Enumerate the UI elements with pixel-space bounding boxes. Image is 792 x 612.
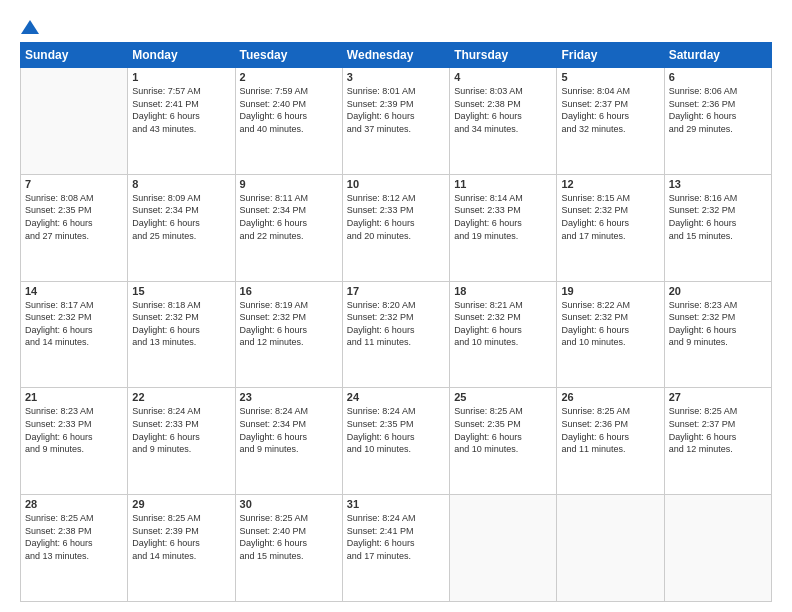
day-number: 6 — [669, 71, 767, 83]
day-number: 19 — [561, 285, 659, 297]
calendar-cell: 7Sunrise: 8:08 AM Sunset: 2:35 PM Daylig… — [21, 174, 128, 281]
day-number: 18 — [454, 285, 552, 297]
cell-content: Sunrise: 8:06 AM Sunset: 2:36 PM Dayligh… — [669, 85, 767, 135]
cell-content: Sunrise: 8:18 AM Sunset: 2:32 PM Dayligh… — [132, 299, 230, 349]
cell-content: Sunrise: 8:11 AM Sunset: 2:34 PM Dayligh… — [240, 192, 338, 242]
calendar-cell: 14Sunrise: 8:17 AM Sunset: 2:32 PM Dayli… — [21, 281, 128, 388]
calendar-cell: 1Sunrise: 7:57 AM Sunset: 2:41 PM Daylig… — [128, 68, 235, 175]
calendar-cell: 5Sunrise: 8:04 AM Sunset: 2:37 PM Daylig… — [557, 68, 664, 175]
week-row-3: 21Sunrise: 8:23 AM Sunset: 2:33 PM Dayli… — [21, 388, 772, 495]
calendar-body: 1Sunrise: 7:57 AM Sunset: 2:41 PM Daylig… — [21, 68, 772, 602]
calendar-cell: 18Sunrise: 8:21 AM Sunset: 2:32 PM Dayli… — [450, 281, 557, 388]
cell-content: Sunrise: 8:16 AM Sunset: 2:32 PM Dayligh… — [669, 192, 767, 242]
day-number: 7 — [25, 178, 123, 190]
calendar-table: SundayMondayTuesdayWednesdayThursdayFrid… — [20, 42, 772, 602]
calendar-cell: 23Sunrise: 8:24 AM Sunset: 2:34 PM Dayli… — [235, 388, 342, 495]
calendar-cell: 4Sunrise: 8:03 AM Sunset: 2:38 PM Daylig… — [450, 68, 557, 175]
day-number: 11 — [454, 178, 552, 190]
calendar-cell: 29Sunrise: 8:25 AM Sunset: 2:39 PM Dayli… — [128, 495, 235, 602]
calendar-cell: 12Sunrise: 8:15 AM Sunset: 2:32 PM Dayli… — [557, 174, 664, 281]
day-number: 27 — [669, 391, 767, 403]
day-number: 3 — [347, 71, 445, 83]
cell-content: Sunrise: 8:01 AM Sunset: 2:39 PM Dayligh… — [347, 85, 445, 135]
calendar-cell: 2Sunrise: 7:59 AM Sunset: 2:40 PM Daylig… — [235, 68, 342, 175]
calendar-cell: 28Sunrise: 8:25 AM Sunset: 2:38 PM Dayli… — [21, 495, 128, 602]
day-header-saturday: Saturday — [664, 43, 771, 68]
cell-content: Sunrise: 8:20 AM Sunset: 2:32 PM Dayligh… — [347, 299, 445, 349]
cell-content: Sunrise: 7:59 AM Sunset: 2:40 PM Dayligh… — [240, 85, 338, 135]
logo-triangle-icon — [21, 18, 39, 36]
header — [20, 18, 772, 32]
day-number: 2 — [240, 71, 338, 83]
day-header-sunday: Sunday — [21, 43, 128, 68]
day-number: 8 — [132, 178, 230, 190]
day-number: 14 — [25, 285, 123, 297]
day-number: 9 — [240, 178, 338, 190]
cell-content: Sunrise: 8:25 AM Sunset: 2:36 PM Dayligh… — [561, 405, 659, 455]
day-number: 23 — [240, 391, 338, 403]
logo — [20, 18, 40, 32]
cell-content: Sunrise: 8:25 AM Sunset: 2:37 PM Dayligh… — [669, 405, 767, 455]
cell-content: Sunrise: 8:24 AM Sunset: 2:35 PM Dayligh… — [347, 405, 445, 455]
svg-marker-0 — [21, 20, 39, 34]
day-header-tuesday: Tuesday — [235, 43, 342, 68]
day-number: 16 — [240, 285, 338, 297]
calendar-cell: 19Sunrise: 8:22 AM Sunset: 2:32 PM Dayli… — [557, 281, 664, 388]
calendar-cell: 30Sunrise: 8:25 AM Sunset: 2:40 PM Dayli… — [235, 495, 342, 602]
calendar-cell: 27Sunrise: 8:25 AM Sunset: 2:37 PM Dayli… — [664, 388, 771, 495]
week-row-4: 28Sunrise: 8:25 AM Sunset: 2:38 PM Dayli… — [21, 495, 772, 602]
day-header-wednesday: Wednesday — [342, 43, 449, 68]
day-number: 13 — [669, 178, 767, 190]
cell-content: Sunrise: 8:25 AM Sunset: 2:39 PM Dayligh… — [132, 512, 230, 562]
calendar-cell: 13Sunrise: 8:16 AM Sunset: 2:32 PM Dayli… — [664, 174, 771, 281]
cell-content: Sunrise: 8:24 AM Sunset: 2:33 PM Dayligh… — [132, 405, 230, 455]
day-number: 22 — [132, 391, 230, 403]
calendar-cell: 6Sunrise: 8:06 AM Sunset: 2:36 PM Daylig… — [664, 68, 771, 175]
calendar-cell: 3Sunrise: 8:01 AM Sunset: 2:39 PM Daylig… — [342, 68, 449, 175]
calendar-cell: 9Sunrise: 8:11 AM Sunset: 2:34 PM Daylig… — [235, 174, 342, 281]
cell-content: Sunrise: 8:24 AM Sunset: 2:34 PM Dayligh… — [240, 405, 338, 455]
day-number: 5 — [561, 71, 659, 83]
calendar-cell — [21, 68, 128, 175]
day-number: 20 — [669, 285, 767, 297]
day-number: 21 — [25, 391, 123, 403]
day-header-thursday: Thursday — [450, 43, 557, 68]
week-row-2: 14Sunrise: 8:17 AM Sunset: 2:32 PM Dayli… — [21, 281, 772, 388]
cell-content: Sunrise: 8:22 AM Sunset: 2:32 PM Dayligh… — [561, 299, 659, 349]
week-row-0: 1Sunrise: 7:57 AM Sunset: 2:41 PM Daylig… — [21, 68, 772, 175]
calendar-cell: 11Sunrise: 8:14 AM Sunset: 2:33 PM Dayli… — [450, 174, 557, 281]
cell-content: Sunrise: 8:15 AM Sunset: 2:32 PM Dayligh… — [561, 192, 659, 242]
calendar-cell: 17Sunrise: 8:20 AM Sunset: 2:32 PM Dayli… — [342, 281, 449, 388]
cell-content: Sunrise: 8:21 AM Sunset: 2:32 PM Dayligh… — [454, 299, 552, 349]
cell-content: Sunrise: 8:23 AM Sunset: 2:32 PM Dayligh… — [669, 299, 767, 349]
calendar-cell: 26Sunrise: 8:25 AM Sunset: 2:36 PM Dayli… — [557, 388, 664, 495]
day-number: 29 — [132, 498, 230, 510]
day-number: 24 — [347, 391, 445, 403]
day-number: 10 — [347, 178, 445, 190]
calendar-cell — [450, 495, 557, 602]
day-number: 1 — [132, 71, 230, 83]
day-number: 17 — [347, 285, 445, 297]
cell-content: Sunrise: 8:14 AM Sunset: 2:33 PM Dayligh… — [454, 192, 552, 242]
cell-content: Sunrise: 8:04 AM Sunset: 2:37 PM Dayligh… — [561, 85, 659, 135]
cell-content: Sunrise: 7:57 AM Sunset: 2:41 PM Dayligh… — [132, 85, 230, 135]
calendar-cell: 22Sunrise: 8:24 AM Sunset: 2:33 PM Dayli… — [128, 388, 235, 495]
cell-content: Sunrise: 8:03 AM Sunset: 2:38 PM Dayligh… — [454, 85, 552, 135]
calendar-page: SundayMondayTuesdayWednesdayThursdayFrid… — [0, 0, 792, 612]
day-number: 12 — [561, 178, 659, 190]
cell-content: Sunrise: 8:24 AM Sunset: 2:41 PM Dayligh… — [347, 512, 445, 562]
day-number: 26 — [561, 391, 659, 403]
calendar-header-row: SundayMondayTuesdayWednesdayThursdayFrid… — [21, 43, 772, 68]
calendar-cell: 20Sunrise: 8:23 AM Sunset: 2:32 PM Dayli… — [664, 281, 771, 388]
cell-content: Sunrise: 8:09 AM Sunset: 2:34 PM Dayligh… — [132, 192, 230, 242]
day-number: 15 — [132, 285, 230, 297]
week-row-1: 7Sunrise: 8:08 AM Sunset: 2:35 PM Daylig… — [21, 174, 772, 281]
cell-content: Sunrise: 8:25 AM Sunset: 2:40 PM Dayligh… — [240, 512, 338, 562]
day-header-friday: Friday — [557, 43, 664, 68]
calendar-cell: 25Sunrise: 8:25 AM Sunset: 2:35 PM Dayli… — [450, 388, 557, 495]
calendar-cell: 24Sunrise: 8:24 AM Sunset: 2:35 PM Dayli… — [342, 388, 449, 495]
calendar-cell: 31Sunrise: 8:24 AM Sunset: 2:41 PM Dayli… — [342, 495, 449, 602]
calendar-cell: 15Sunrise: 8:18 AM Sunset: 2:32 PM Dayli… — [128, 281, 235, 388]
day-number: 28 — [25, 498, 123, 510]
cell-content: Sunrise: 8:25 AM Sunset: 2:35 PM Dayligh… — [454, 405, 552, 455]
